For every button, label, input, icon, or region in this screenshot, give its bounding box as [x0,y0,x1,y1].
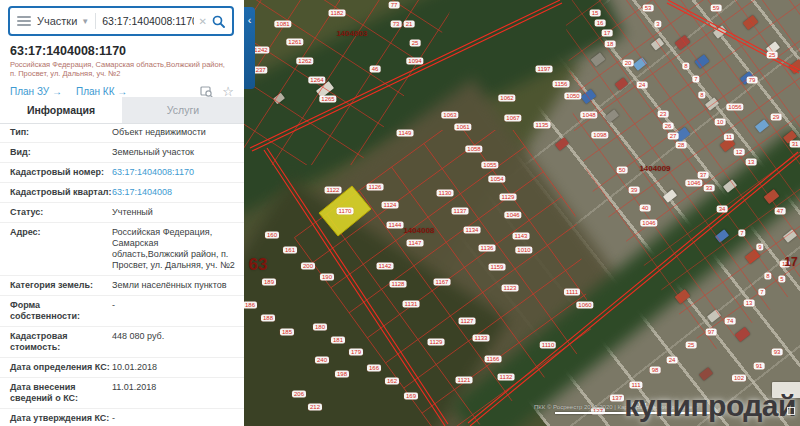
parcel-label[interactable]: 1121 [456,377,473,384]
parcel-label[interactable]: 47 [775,208,786,215]
parcel-label[interactable]: 13 [744,300,755,307]
parcel-label[interactable]: 198 [335,371,349,378]
parcel-label[interactable]: 206 [292,391,306,398]
parcel-label[interactable]: 73 [391,21,402,28]
parcel-label[interactable]: 1046 [640,220,657,227]
parcel-label[interactable]: 1010 [515,247,532,254]
parcel-label[interactable]: 74 [725,318,736,325]
parcel-label[interactable]: 25 [410,40,421,47]
parcel-label[interactable]: 1111 [564,289,580,296]
parcel-label[interactable]: 1149 [397,130,414,137]
parcel-label[interactable]: 1156 [553,81,570,88]
parcel-label[interactable]: 10 [715,119,726,126]
parcel-label[interactable]: 179 [349,349,363,356]
parcel-label[interactable]: 77 [389,2,400,9]
parcel-label[interactable]: 7 [692,76,699,83]
parcel-label[interactable]: 1262 [296,58,313,65]
parcel-label[interactable]: 1147 [407,240,424,247]
parcel-label[interactable]: 1054 [488,176,505,183]
parcel-label[interactable]: 7 [738,230,745,237]
parcel-label[interactable]: 1123 [502,285,519,292]
parcel-label[interactable]: 15 [590,10,601,17]
parcel-label[interactable]: 240 [315,357,329,364]
parcel-label[interactable]: 20 [623,60,634,67]
parcel-label[interactable]: 25 [686,342,697,349]
zoom-to-object-icon[interactable] [200,86,213,98]
parcel-label[interactable]: 31 [790,141,800,148]
parcel-label[interactable]: 186 [244,302,257,309]
menu-icon[interactable] [17,16,31,26]
parcel-label[interactable]: 93 [772,349,783,356]
parcel-label[interactable]: 1128 [390,281,407,288]
parcel-label[interactable]: 23 [658,111,669,118]
parcel-label[interactable]: 29 [771,114,782,121]
parcel-label[interactable]: 1098 [591,132,608,139]
info-row-value[interactable]: 63:17:1404008:1170 [112,167,244,178]
parcel-label[interactable]: 39 [629,187,640,194]
parcel-label[interactable]: 1094 [406,58,423,65]
parcel-label[interactable]: 190 [320,274,334,281]
parcel-label[interactable]: 1048 [580,112,597,119]
parcel-label[interactable]: 9 [756,244,763,251]
parcel-label[interactable]: 1060 [576,302,593,309]
parcel-label[interactable]: 1067 [504,115,521,122]
parcel-label[interactable]: 26 [663,123,674,130]
parcel-label[interactable]: 98 [650,367,661,374]
parcel-label[interactable]: 50 [617,167,628,174]
parcel-label[interactable]: 1133 [473,335,490,342]
parcel-label[interactable]: 1058 [465,146,482,153]
parcel-label[interactable]: 200 [301,263,315,270]
parcel-label[interactable]: 7 [758,289,765,296]
parcel-label[interactable]: 1264 [308,77,325,84]
parcel-label[interactable]: 27 [668,133,679,140]
map-viewport[interactable]: 1170 11821081126112421262123712641265777… [244,0,800,426]
parcel-label[interactable]: 1182 [329,10,346,17]
parcel-label[interactable]: 1046 [504,212,521,219]
parcel-label[interactable]: 181 [331,337,345,344]
parcel-label[interactable]: 1135 [534,122,551,129]
parcel-label[interactable]: 5 [778,276,785,283]
parcel-label[interactable]: 33 [704,185,715,192]
parcel-label[interactable]: 169 [404,393,418,400]
parcel-label[interactable]: 1130 [437,190,454,197]
parcel-label[interactable]: 28 [676,142,687,149]
plan-zu-link[interactable]: План ЗУ → [10,86,62,97]
parcel-label[interactable]: 24 [667,357,678,364]
parcel-label[interactable]: 1127 [459,318,476,325]
panel-collapse-handle[interactable]: ‹ [244,7,255,89]
parcel-label[interactable]: 1063 [441,112,458,119]
parcel-label[interactable]: 1167 [434,279,451,286]
parcel-label[interactable]: 137 [610,395,624,402]
parcel-label[interactable]: 1144 [387,222,404,229]
layer-select[interactable]: Участки ▼ [37,15,89,27]
parcel-label[interactable]: 1110 [540,342,556,349]
parcel-label[interactable]: 1056 [726,104,743,111]
search-icon[interactable] [212,15,225,28]
parcel-label[interactable]: 1050 [564,93,581,100]
parcel-label[interactable]: 185 [280,329,294,336]
parcel-label[interactable]: 12 [734,149,745,156]
parcel-label[interactable]: 166 [367,365,381,372]
plan-kk-link[interactable]: План КК → [76,86,127,97]
parcel-label[interactable]: 1166 [485,356,502,363]
parcel-label[interactable]: 59 [711,5,722,12]
parcel-label[interactable]: 8 [764,273,771,280]
parcel-label[interactable]: 161 [283,247,297,254]
parcel-label[interactable]: 91 [754,363,765,370]
parcel-label[interactable]: 1136 [479,245,496,252]
parcel-label[interactable]: 11 [724,134,734,141]
parcel-label[interactable]: 1126 [367,184,384,191]
parcel-label[interactable]: 3 [654,21,661,28]
parcel-label[interactable]: 1129 [500,194,517,201]
tab-services[interactable]: Услуги [122,97,244,123]
parcel-label[interactable]: 189 [262,279,276,286]
parcel-label[interactable]: 16 [595,20,606,27]
parcel-label[interactable]: 25 [767,52,778,59]
parcel-label[interactable]: 1061 [454,124,471,131]
parcel-label[interactable]: 160 [265,232,279,239]
parcel-label[interactable]: 46 [370,66,381,73]
parcel-label[interactable]: 111 [629,382,642,389]
parcel-label[interactable]: 18 [605,41,616,48]
parcel-label[interactable]: 102 [732,375,746,382]
parcel-label[interactable]: 180 [313,324,327,331]
